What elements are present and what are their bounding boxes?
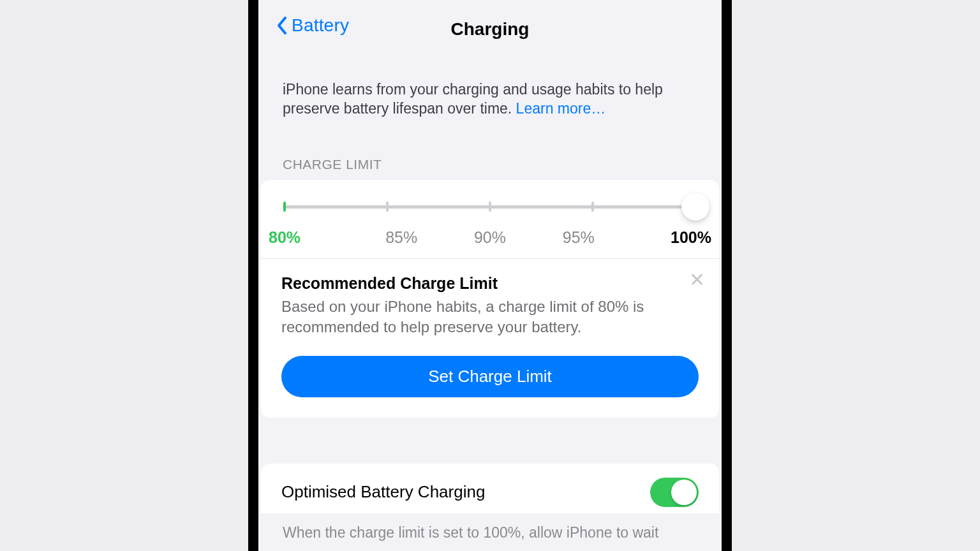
learn-more-link[interactable]: Learn more… [516,100,606,117]
slider-labels: 80% 85% 90% 95% 100% [269,228,711,247]
recommendation-body: Based on your iPhone habits, a charge li… [281,297,699,338]
slider-label-100: 100% [623,228,711,247]
toggle-knob [671,480,697,505]
back-label: Battery [292,15,349,36]
settings-screen: Battery Charging iPhone learns from your… [248,0,732,551]
intro-text: iPhone learns from your charging and usa… [283,80,697,119]
charge-limit-card: 80% 85% 90% 95% 100% ✕ Recommended Charg… [261,180,719,418]
slider-tick [591,202,594,212]
set-charge-limit-button[interactable]: Set Charge Limit [281,356,699,397]
back-button[interactable]: Battery [276,15,349,36]
close-icon[interactable]: ✕ [689,270,705,290]
slider-tick [386,202,389,212]
optimised-charging-footer: When the charge limit is set to 100%, al… [283,524,697,543]
charge-limit-slider[interactable]: 80% 85% 90% 95% 100% [261,180,719,259]
nav-bar: Battery Charging [258,0,722,47]
optimised-charging-label: Optimised Battery Charging [281,482,485,502]
intro-body: iPhone learns from your charging and usa… [283,81,663,117]
page-title: Charging [451,19,530,40]
recommendation-panel: ✕ Recommended Charge Limit Based on your… [261,259,719,418]
slider-track[interactable] [280,195,700,221]
section-header-charge-limit: CHARGE LIMIT [283,157,697,172]
slider-tick [489,202,491,212]
slider-thumb[interactable] [681,193,709,221]
chevron-left-icon [276,16,288,35]
slider-label-80: 80% [269,228,357,247]
optimised-charging-toggle[interactable] [650,478,699,507]
slider-tick [283,202,286,212]
recommendation-title: Recommended Charge Limit [281,274,699,293]
slider-label-95: 95% [534,228,623,247]
slider-label-85: 85% [357,228,446,247]
optimised-charging-row: Optimised Battery Charging [261,464,719,513]
slider-label-90: 90% [446,228,535,247]
